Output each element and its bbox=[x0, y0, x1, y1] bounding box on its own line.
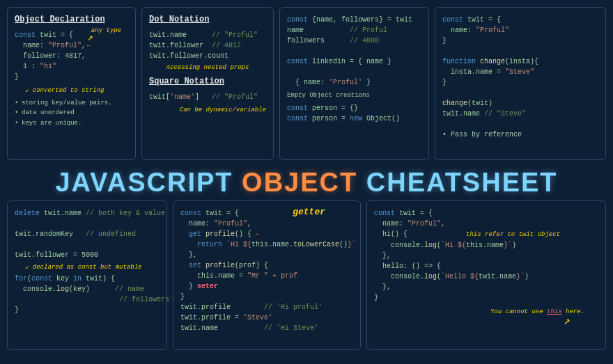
code-destructuring: const {name, followers} = twit name // P… bbox=[287, 15, 421, 88]
code-empty-objects: const person = {} const person = new Obj… bbox=[287, 103, 421, 124]
top-row: Object Declaration any type ↗ const twit… bbox=[7, 7, 606, 160]
code-dot-notation: twit.name // "Proful" twit.follower // 4… bbox=[149, 30, 266, 61]
card-getter-setter: getter const twit = { name: "Proful", ge… bbox=[173, 200, 361, 350]
label-empty-objects: Empty Object creations bbox=[287, 92, 421, 99]
arrow-cannot-use: ↗ bbox=[374, 314, 598, 328]
card-object-declaration: Object Declaration any type ↗ const twit… bbox=[7, 7, 136, 160]
main-title: JAVASCRIPT OBJECT CHEATSHEET bbox=[55, 168, 557, 198]
main-container: Object Declaration any type ↗ const twit… bbox=[0, 0, 613, 364]
annotation-converted: ↙ converted to string bbox=[25, 86, 128, 94]
code-function: const twit = { name: "Proful" } function… bbox=[442, 15, 598, 140]
title-object: OBJECT bbox=[242, 168, 357, 197]
card-title-square-notation: Square Notation bbox=[149, 77, 266, 86]
card-delete: delete twit.name // both key & value twi… bbox=[7, 200, 167, 350]
arrow-any-type: ↗ bbox=[88, 31, 93, 43]
code-obj-decl: const twit = { name: "Proful",← follower… bbox=[15, 30, 128, 82]
bullet-item-2: data unordered bbox=[15, 108, 128, 118]
card-title-dot-notation: Dot Notation bbox=[149, 15, 266, 24]
title-javascript: JAVASCRIPT bbox=[55, 168, 242, 197]
card-this: const twit = { name: "Proful", hi() { th… bbox=[366, 200, 606, 350]
card-dot-notation: Dot Notation twit.name // "Proful" twit.… bbox=[141, 7, 274, 160]
title-cheatsheet: CHEATSHEET bbox=[357, 168, 557, 197]
card-title-obj-decl: Object Declaration bbox=[15, 15, 128, 24]
code-square-notation: twit['name'] // "Proful" bbox=[149, 92, 266, 102]
code-this: const twit = { name: "Proful", hi() { th… bbox=[374, 208, 598, 303]
bullet-item-3: keys are unique. bbox=[15, 118, 128, 128]
card-function-reference: const twit = { name: "Proful" } function… bbox=[435, 7, 606, 160]
code-getter-setter: const twit = { name: "Proful", get profi… bbox=[180, 208, 353, 333]
code-delete: delete twit.name // both key & value twi… bbox=[15, 208, 160, 260]
bottom-row: delete twit.name // both key & value twi… bbox=[7, 200, 606, 350]
annotation-any-type: any type bbox=[91, 27, 121, 34]
annotation-nested: Accessing nested props bbox=[149, 64, 266, 71]
bullet-list-obj-decl: storing key/value pairs. data unordered … bbox=[15, 98, 128, 128]
annotation-const-mutable: ↙ declared as const but mutable bbox=[25, 263, 160, 271]
card-destructuring: const {name, followers} = twit name // P… bbox=[279, 7, 429, 160]
getter-label: getter bbox=[293, 207, 325, 217]
code-for-in: for(const key in twit) { console.log(key… bbox=[15, 274, 160, 315]
title-section: JAVASCRIPT OBJECT CHEATSHEET bbox=[7, 164, 606, 200]
annotation-dynamic: Can be dynamic/variable bbox=[149, 106, 266, 113]
bullet-item-1: storing key/value pairs. bbox=[15, 98, 128, 108]
